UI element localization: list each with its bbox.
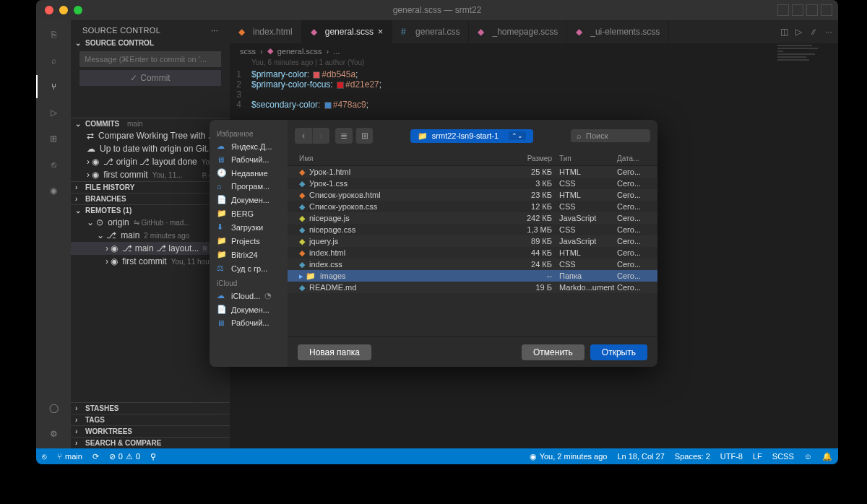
worktrees-section[interactable]: ›WORKTREES [71,425,230,437]
tab-ui-elements-scss[interactable]: ◆_ui-elements.scss [567,20,669,43]
remote-icon[interactable]: ⎋ [45,156,62,173]
sidebar-fav-item[interactable]: 📄Докумен... [210,193,288,207]
tags-section[interactable]: ›TAGS [71,414,230,425]
status-sync[interactable]: ⟳ [92,452,99,461]
uptodate-item[interactable]: ☁ Up to date with origin on Git... [71,142,230,155]
commit-message-input[interactable] [79,51,221,67]
status-port[interactable]: ⚲ [150,452,156,461]
zoom-icon[interactable] [74,6,82,14]
file-row[interactable]: ◆Урок-1.html25 КБHTMLСего... [288,166,657,178]
source-control-icon[interactable]: ⑂ [45,78,62,95]
gitlens-icon[interactable]: ◉ [45,182,62,199]
debug-icon[interactable]: ▷ [45,104,62,121]
status-lang[interactable]: SCSS [772,452,794,461]
dialog-search[interactable]: ⌕ Поиск [571,129,650,142]
minimap[interactable] [777,45,835,88]
panel-bottom-icon[interactable] [792,4,803,16]
stashes-section[interactable]: ›STASHES [71,402,230,414]
sidebar-fav-item[interactable]: 🖥Рабочий... [210,153,288,166]
tab-general-css[interactable]: #general.css [392,20,469,43]
layout-icons [777,4,832,16]
minimize-icon[interactable] [59,6,68,14]
tab-index-html[interactable]: ◆index.html [230,20,302,43]
file-row[interactable]: ◆index.html44 КБHTMLСего... [288,247,657,258]
sidebar-title: SOURCE CONTROL··· [71,20,230,38]
file-history-section[interactable]: ›FILE HISTORY [71,181,230,193]
sidebar-fav-item[interactable]: ⚖Суд с гр... [210,261,288,275]
file-row[interactable]: ◆README.md19 БMarkdo...umentСего... [288,282,657,293]
file-row[interactable]: ◆index.css24 КБCSSСего... [288,258,657,270]
code-editor[interactable]: 1$primary-color: #db545a; 2$primary-colo… [230,68,838,110]
status-spaces[interactable]: Spaces: 2 [675,452,710,461]
gear-icon[interactable]: ⚙ [45,425,62,443]
path-dropdown[interactable]: 📁 srmt22-lsn9-start-1⌃⌄ [410,129,533,143]
commit-row[interactable]: › ◉ ⎇ origin ⎇ layout done You, ... [71,155,230,168]
nav-back-icon[interactable]: ‹ [295,128,312,144]
extensions-icon[interactable]: ⊞ [45,130,62,147]
tab-homepage-scss[interactable]: ◆_homepage.scss [469,20,567,43]
sidebar-fav-item[interactable]: ⬇Загрузки [210,220,288,234]
file-row[interactable]: ◆nicepage.css1,3 МБCSSСего... [288,224,657,235]
tab-general-scss[interactable]: ◆general.scss × [302,20,392,43]
close-icon[interactable]: × [378,27,383,37]
remote-indicator[interactable]: ⎋ [42,452,47,461]
account-icon[interactable]: ◯ [45,399,62,417]
blame-annotation: You, 6 minutes ago | 1 author (You) [230,58,838,66]
more-icon[interactable]: ··· [825,27,832,37]
search-compare-section[interactable]: ›SEARCH & COMPARE [71,437,230,448]
sidebar-fav-item[interactable]: ⌂Програм... [210,180,288,193]
commit-row[interactable]: › ◉ first commit You, 11...⎘ ⊕ 🌐 [71,168,230,181]
new-folder-button[interactable]: Новая папка [298,344,371,360]
grid-view-icon[interactable]: ⊞ [355,128,373,144]
sidebar-icloud-item[interactable]: 🖥Рабочий... [210,316,288,329]
sidebar-fav-item[interactable]: 📁BERG [210,207,288,220]
table-header[interactable]: Имя Размер Тип Дата... [288,152,657,166]
list-view-icon[interactable]: ≣ [335,128,353,144]
sidebar-fav-item[interactable]: 📁Projects [210,234,288,248]
panel-left-icon[interactable] [777,4,789,16]
sidebar-icloud-item[interactable]: 📄Докумен... [210,303,288,316]
dialog-toolbar: ‹ › ≣ ⊞ 📁 srmt22-lsn9-start-1⌃⌄ ⌕ Поиск [288,120,657,152]
panel-right-icon[interactable] [806,4,818,16]
status-errors[interactable]: ⊘ 0 ⚠ 0 [109,452,140,461]
commits-section[interactable]: ⌄COMMITS main [71,118,230,129]
cancel-button[interactable]: Отменить [522,344,585,360]
remote-main[interactable]: ⌄ ⎇ main 2 minutes ago [71,229,230,242]
nav-forward-icon[interactable]: › [312,128,329,144]
scm-section[interactable]: ⌄SOURCE CONTROL [71,38,230,48]
status-blame[interactable]: ◉ You, 2 minutes ago [530,452,608,461]
run-icon[interactable]: ▷ [795,27,802,37]
remotes-section[interactable]: ⌄REMOTES (1) [71,204,230,216]
remote-commit-row[interactable]: › ◉ ⎇ main ⎇ layout...⎘ ⊕ 🌐 [71,242,230,255]
sidebar-fav-item[interactable]: 🕘Недавние [210,166,288,180]
file-row[interactable]: ▸ 📁images--ПапкаСего... [288,270,657,282]
sidebar-fav-item[interactable]: 📁Bitrix24 [210,248,288,261]
status-eol[interactable]: LF [753,452,762,461]
status-feedback-icon[interactable]: ☺ [804,452,812,461]
file-row[interactable]: ◆jquery.js89 КБJavaScriptСего... [288,235,657,247]
remote-commit-row[interactable]: › ◉ first commit You, 11 hours a... [71,255,230,268]
sidebar-icloud-item[interactable]: ☁iCloud... ◔ [210,289,288,303]
file-row[interactable]: ◆Список-уроков.css12 КБCSSСего... [288,201,657,212]
status-encoding[interactable]: UTF-8 [720,452,743,461]
breadcrumb[interactable]: scss › ◆ general.scss › ... [230,43,838,58]
sidebar-fav-item[interactable]: ☁Яндекс.Д... [210,139,288,153]
status-branch[interactable]: ⑂ main [57,452,82,461]
file-row[interactable]: ◆Список-уроков.html23 КБHTMLСего... [288,189,657,201]
status-bell-icon[interactable]: 🔔 [822,452,832,461]
commit-button[interactable]: ✓ Commit [79,70,221,86]
remote-origin[interactable]: ⌄ ⊙ origin ⇋ GitHub · mad...✓ [71,216,230,229]
explorer-icon[interactable]: ⎘ [45,26,62,43]
file-row[interactable]: ◆nicepage.js242 КБJavaScriptСего... [288,212,657,224]
file-row[interactable]: ◆Урок-1.css3 КБCSSСего... [288,178,657,189]
layout-icon[interactable] [821,4,832,16]
status-lncol[interactable]: Ln 18, Col 27 [617,452,664,461]
split-icon[interactable]: ⫽ [809,27,818,37]
sidebar: SOURCE CONTROL··· ⌄SOURCE CONTROL ✓ Comm… [71,20,230,448]
compare-item[interactable]: ⇄ Compare Working Tree with ... [71,129,230,142]
search-icon[interactable]: ⌕ [45,52,62,69]
compare-icon[interactable]: ◫ [780,27,788,37]
branches-section[interactable]: ›BRANCHES [71,193,230,204]
open-button[interactable]: Открыть [590,344,647,360]
close-icon[interactable] [45,6,53,14]
